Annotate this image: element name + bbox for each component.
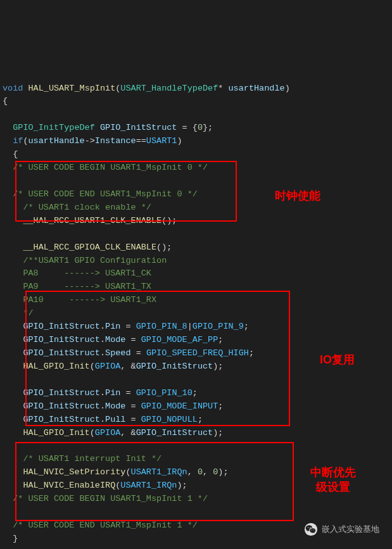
watermark: 嵌入式实验基地: [304, 522, 379, 536]
brace-open-inner: {: [13, 149, 18, 159]
watermark-text: 嵌入式实验基地: [322, 523, 379, 536]
fn-nvic-setpriority: HAL_NVIC_SetPriority: [23, 467, 125, 477]
fn-gpio-init: HAL_GPIO_Init: [23, 362, 89, 371]
annotation-clock-enable: 时钟使能: [275, 189, 320, 203]
comment: /* USER CODE END USART1_MspInit 0 */: [13, 189, 198, 199]
comment: /* USER CODE BEGIN USART1_MspInit 1 */: [13, 494, 208, 503]
param-name: usartHandle: [229, 84, 285, 93]
comment: /* USER CODE END USART1_MspInit 1 */: [13, 521, 198, 530]
comment: PA9 ------> USART1_TX: [13, 282, 151, 291]
comment: /* USART1 interrupt Init */: [13, 454, 161, 464]
const-pin8: GPIO_PIN_8: [136, 322, 187, 331]
const-pin10: GPIO_PIN_10: [136, 388, 193, 398]
const-usart1: USART1: [146, 136, 177, 146]
decl-type: GPIO_InitTypeDef: [13, 123, 95, 132]
annotation-irq-line2: 级设置: [316, 481, 350, 493]
annotation-io-multiplex: IO复用: [320, 353, 355, 367]
const-mode-input: GPIO_MODE_INPUT: [141, 401, 218, 411]
annotation-irq-line1: 中断优先: [310, 466, 356, 479]
wechat-icon: [304, 522, 318, 536]
fn-rcc-usart1: __HAL_RCC_USART1_CLK_ENABLE: [23, 216, 161, 225]
comment: /**USART1 GPIO Configuration: [13, 256, 167, 265]
const-nopull: GPIO_NOPULL: [141, 415, 198, 424]
param-type: USART_HandleTypeDef: [120, 84, 218, 93]
brace-open: {: [3, 96, 8, 106]
comment: PA10 ------> USART1_RX: [13, 295, 156, 305]
comment: */: [13, 308, 33, 318]
const-af-pp: GPIO_MODE_AF_PP: [141, 335, 218, 344]
kw-void: void: [3, 84, 23, 93]
annotation-irq-priority: 中断优先 级设置: [310, 465, 356, 495]
brace-close-inner: }: [13, 534, 18, 543]
fn-name: HAL_USART_MspInit: [28, 84, 116, 93]
const-speed: GPIO_SPEED_FREQ_HIGH: [146, 348, 249, 358]
const-irqn: USART1_IRQn: [131, 467, 187, 477]
kw-if: if: [13, 136, 23, 146]
comment: /* USER CODE BEGIN USART1_MspInit 0 */: [13, 163, 208, 172]
comment-clock-enable: /* USART1 clock enable */: [13, 203, 151, 212]
const-pin9: GPIO_PIN_9: [193, 322, 244, 331]
decl-var: GPIO_InitStruct: [100, 123, 177, 132]
comment: PA8 ------> USART1_CK: [13, 268, 151, 278]
fn-rcc-gpioa: __HAL_RCC_GPIOA_CLK_ENABLE: [23, 243, 156, 252]
fn-nvic-enableirq: HAL_NVIC_EnableIRQ: [23, 481, 115, 490]
